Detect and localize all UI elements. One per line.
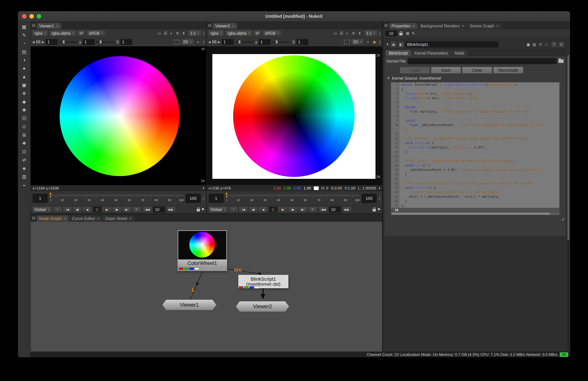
go-end-button[interactable]: ▶|	[122, 207, 131, 212]
code-line[interactable]: 6 param:	[391, 105, 559, 109]
range-end-input[interactable]: 100	[362, 194, 377, 203]
pane-menu-icon[interactable]: ▤	[208, 23, 211, 27]
time-icon[interactable]: ◔	[20, 40, 29, 47]
lock-icon[interactable]	[373, 209, 376, 211]
display-transform-dropdown[interactable]: sRGB ∨	[87, 30, 105, 37]
revert-icon[interactable]: ↺	[537, 42, 544, 47]
tab-viewer2[interactable]: Viewer2 ✕	[212, 23, 237, 29]
view-mode-dropdown[interactable]: 2D ∨	[181, 39, 194, 45]
go-start-button[interactable]: |◀	[239, 207, 248, 212]
pane-menu-icon[interactable]: ▤	[32, 216, 35, 220]
go-start-button[interactable]: |◀	[63, 207, 72, 212]
close-icon[interactable]: ✕	[412, 24, 415, 28]
code-line[interactable]: 8	[391, 114, 559, 118]
float-panel-icon[interactable]: ▣	[525, 42, 531, 47]
range-in-button[interactable]: I	[53, 207, 62, 212]
input-process-toggle[interactable]: IP	[253, 30, 261, 36]
code-line[interactable]: 16	[391, 154, 559, 158]
gamma-input[interactable]: 1	[259, 39, 271, 45]
node-viewer1[interactable]: Viewer1	[162, 300, 216, 310]
kernel-file-input[interactable]	[408, 58, 557, 64]
clear-panels-icon[interactable]: ⊠	[405, 31, 410, 36]
node-name-input[interactable]: BlinkScript1	[405, 42, 498, 47]
loop-mode-button[interactable]: O	[132, 207, 141, 212]
tab-properties[interactable]: Properties ✕	[389, 23, 417, 29]
gain-next-icon[interactable]: ▶	[218, 40, 220, 44]
vertical-scrollbar[interactable]	[567, 55, 570, 350]
gain-slider[interactable]	[235, 42, 254, 42]
skip-forward-button[interactable]: ▶▶	[166, 207, 176, 212]
frame-increment-input[interactable]: 10	[329, 207, 341, 212]
code-line[interactable]: 11	[391, 132, 559, 136]
collapse-icon[interactable]: ∨ ∨	[203, 32, 205, 35]
code-line[interactable]: 21	[391, 177, 559, 181]
tab-viewer1[interactable]: Viewer1 ✕	[37, 23, 61, 29]
close-icon[interactable]: ✕	[232, 24, 234, 28]
frame-range-scope-dropdown[interactable]: Global ∨	[208, 206, 228, 213]
resize-grip-icon[interactable]: ◢	[561, 217, 564, 221]
roi-icon[interactable]	[344, 40, 350, 44]
flipbook-icon[interactable]: ⚑	[377, 207, 381, 212]
code-line[interactable]: 27};	[391, 203, 559, 208]
current-frame-input[interactable]: 1	[93, 207, 101, 212]
color-icon[interactable]: ◑	[20, 56, 29, 64]
wipe-icon[interactable]: ◐	[168, 30, 174, 36]
stack-icon[interactable]: ☰	[338, 30, 344, 36]
skip-forward-button[interactable]: ▶▶	[342, 207, 352, 212]
frame-range-scope-dropdown[interactable]: Global ∨	[32, 206, 52, 213]
code-line[interactable]: 22 //The process function is run at ever…	[391, 181, 559, 185]
split-panel-icon[interactable]: ▤	[531, 42, 537, 47]
prev-frame-button[interactable]: ◀|	[73, 207, 82, 212]
next-frame-button[interactable]: |▶	[112, 207, 122, 212]
range-start-input[interactable]: 1	[209, 194, 224, 203]
display-gamma-icon[interactable]: ◐	[365, 39, 371, 45]
sample-icon[interactable]: ◉	[371, 39, 378, 45]
folder-icon[interactable]	[558, 59, 564, 63]
code-line[interactable]: 13 void define() {	[391, 141, 559, 145]
misc-icon[interactable]: ◒	[20, 181, 29, 189]
code-line[interactable]: 14 defineParam(multiply, "Multiply", 1.0…	[391, 145, 559, 150]
gain-slider[interactable]	[59, 42, 78, 42]
close-icon[interactable]: ✕	[496, 24, 499, 28]
code-line[interactable]: 3 Image<eRead> src; //the input image	[391, 91, 559, 96]
collapse-icon[interactable]: ∨ ∨	[379, 32, 381, 35]
gamma-input[interactable]: 1	[83, 39, 95, 45]
stack-icon[interactable]: ☰	[162, 30, 168, 36]
ml-icon[interactable]: ◈	[20, 164, 29, 172]
wipe-icon[interactable]: ◐	[344, 30, 351, 36]
tab-kernel-parameters[interactable]: Kernel Parameters	[411, 50, 451, 56]
current-frame-input[interactable]: 1	[269, 207, 277, 212]
code-line[interactable]: 5	[391, 100, 559, 105]
max-panels-input[interactable]: 10	[385, 31, 397, 36]
node-class-icon[interactable]: ◉	[391, 42, 397, 47]
code-line[interactable]: 23 void process() {	[391, 185, 559, 190]
node-blinkscript1[interactable]: BlinkScript1 (InvertKernel::dst)	[238, 275, 289, 288]
help-button[interactable]: ?	[551, 42, 557, 47]
channels-dropdown[interactable]: rgba ∨	[32, 30, 48, 37]
node-color-icon[interactable]: ◧	[398, 42, 404, 47]
image-icon[interactable]: ▦	[20, 23, 29, 31]
go-end-button[interactable]: ▶|	[298, 207, 307, 212]
collapse-icon[interactable]: ∨ ∨	[378, 197, 380, 200]
gain-input[interactable]: 1	[222, 39, 234, 45]
play-forward-button[interactable]: ▶	[278, 207, 288, 212]
info-dropdown-icon[interactable]: ▾	[203, 186, 204, 190]
refresh-icon[interactable]: ↻	[174, 30, 181, 36]
range-in-button[interactable]: I	[229, 207, 238, 212]
roi-icon[interactable]	[174, 40, 180, 44]
zoom-dropdown[interactable]: 1:1 ∨	[364, 30, 378, 37]
keyer-icon[interactable]: ▲	[20, 73, 29, 81]
gain-prev-icon[interactable]: ◀	[32, 40, 35, 44]
flipbook-icon[interactable]: ⚑	[201, 207, 205, 212]
pause-icon[interactable]: Ⅱ	[357, 30, 363, 36]
particles-icon[interactable]: ✱	[20, 106, 29, 114]
loop-mode-button[interactable]: O	[308, 207, 317, 212]
other-icon[interactable]: ⊡	[20, 148, 29, 156]
code-line[interactable]: 18 void init() {	[391, 163, 559, 167]
code-line[interactable]: 1kernel InvertKernel : ImageComputationK…	[391, 82, 559, 87]
pause-icon[interactable]: Ⅱ	[181, 30, 187, 36]
code-line[interactable]: 19 _whiteAccessPoint = 1.0f; //Local var…	[391, 167, 559, 172]
draw-icon[interactable]: ✎	[20, 31, 29, 39]
saturation-input[interactable]: 1	[120, 39, 132, 45]
toolsets-icon[interactable]: ✚	[20, 139, 29, 147]
